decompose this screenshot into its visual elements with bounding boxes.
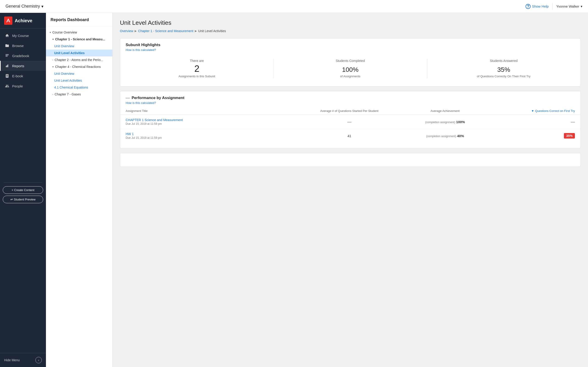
sidebar-logo: Achieve [0, 13, 46, 29]
performance-calc-link[interactable]: How is this calculated? [120, 101, 580, 107]
user-menu[interactable]: Yvonne Walker ▾ [556, 4, 582, 8]
topbar-right: ? Show Help Yvonne Walker ▾ [526, 3, 582, 10]
help-circle-icon: ? [526, 4, 531, 9]
breadcrumb-chapter[interactable]: Chapter 1 - Science and Measurement [138, 29, 193, 33]
tree-row-chapter7[interactable]: › Chapter 7 - Gases [46, 91, 112, 98]
highlight-unit-1: % [353, 66, 359, 73]
td-achievement-1: (completion assignment) 40% [402, 134, 488, 138]
tree-label-course-overview: Course Overview [52, 31, 109, 34]
breadcrumb-overview[interactable]: Overview [120, 29, 133, 33]
user-dropdown-icon: ▾ [581, 4, 582, 8]
breadcrumb-current: Unit Level Activities [198, 29, 226, 33]
table-header-row: Assignment Title Average # of Questions … [120, 107, 580, 115]
td-correct-0: — [489, 119, 575, 124]
sidebar-label-browse: Browse [12, 44, 24, 48]
hide-menu-label: Hide Menu [4, 358, 20, 362]
sidebar-item-my-course[interactable]: My Course [0, 31, 46, 41]
chevron-left-icon: ‹ [35, 357, 42, 363]
performance-title: Performance by Assignment [132, 96, 184, 100]
row1-achievement-pct: 40% [457, 134, 464, 138]
sidebar-item-reports[interactable]: Reports [0, 61, 46, 71]
sidebar-item-gradebook[interactable]: Gradebook [0, 51, 46, 61]
content-area: Reports Dashboard ▾ Course Overview ▾ [46, 13, 588, 367]
highlight-value-2: 35% [431, 64, 577, 74]
chevron-right-icon: › [52, 93, 53, 96]
subunit-highlights-card: Subunit Highlights How is this calculate… [120, 38, 581, 86]
tree-item-chapter4: ▾ Chapter 4 - Chemical Reactions Unit Ov… [46, 63, 112, 91]
sidebar-footer: Hide Menu ‹ [0, 353, 46, 367]
chevron-right-icon: › [52, 58, 53, 61]
sidebar: Achieve My Course Browse [0, 13, 46, 367]
home-icon [5, 33, 9, 38]
sidebar-item-ebook[interactable]: E-book [0, 71, 46, 81]
report-main: Unit Level Activities Overview ▶ Chapter… [112, 13, 588, 367]
topbar-left: General Chemistry ▾ [6, 4, 43, 9]
highlight-num-2: 35 [497, 66, 504, 73]
sort-indicator: ▼ [531, 109, 534, 113]
hide-menu-button[interactable]: Hide Menu ‹ [4, 357, 42, 363]
tree-label-chapter1: Chapter 1 - Science and Measu... [55, 37, 109, 41]
breadcrumb-sep-1: ▶ [135, 29, 137, 33]
table-row: CHAPTER 1 Science and Measurement Due Ju… [120, 115, 580, 129]
th-correct-label[interactable]: Questions Correct on First Try [535, 109, 575, 113]
tree-row-chapter4[interactable]: ▾ Chapter 4 - Chemical Reactions [46, 63, 112, 70]
performance-header: — Performance by Assignment [120, 91, 580, 101]
chevron-down-icon: ▾ [50, 31, 51, 34]
tree-link-unit-overview-ch1[interactable]: Unit Overview [46, 43, 112, 50]
highlight-desc-1: of Assignments [277, 75, 423, 78]
tree-row-course-overview[interactable]: ▾ Course Overview [46, 29, 112, 36]
highlights-title: Subunit Highlights [126, 43, 575, 47]
create-content-button[interactable]: + Create Content [3, 186, 43, 194]
tree-sub-chapter4: Unit Overview Unit Level Activities 4.1 … [46, 70, 112, 91]
course-selector[interactable]: General Chemistry ▾ [6, 4, 43, 9]
main-layout: Achieve My Course Browse [0, 13, 588, 367]
tree-item-chapter7: › Chapter 7 - Gases [46, 91, 112, 98]
tree-link-41-chemical[interactable]: 4.1 Chemical Equations [46, 84, 112, 91]
sidebar-item-people[interactable]: People [0, 81, 46, 91]
chevron-down-icon: ▾ [52, 38, 54, 41]
tree-item-course-overview: ▾ Course Overview ▾ Chapter 1 - Science … [46, 29, 112, 98]
highlight-cell-completed: Students Completed 100% of Assignments [274, 56, 427, 81]
highlight-desc-2: of Questions Correctly On Their First Tr… [431, 75, 577, 78]
tree-label-chapter2: Chapter 2 - Atoms and the Perio... [55, 58, 109, 62]
tree-row-chapter1[interactable]: ▾ Chapter 1 - Science and Measu... [46, 36, 112, 43]
highlight-cell-answered: Students Answered 35% of Questions Corre… [427, 56, 580, 81]
reports-panel: Reports Dashboard ▾ Course Overview ▾ [46, 13, 112, 367]
row1-avg-value: 41 [347, 134, 351, 138]
row0-completion-label: (completion assignment) [425, 121, 455, 124]
tree-link-unit-level-activities-ch1[interactable]: Unit Level Activities [46, 50, 112, 56]
highlight-desc-0: Assignments in this Subunit [124, 75, 270, 78]
sidebar-label-gradebook: Gradebook [12, 54, 29, 58]
tree-link-unit-overview-ch4[interactable]: Unit Overview [46, 70, 112, 77]
extra-card-stub [120, 153, 581, 167]
row0-achievement-pct: 100% [456, 120, 465, 124]
breadcrumb: Overview ▶ Chapter 1 - Science and Measu… [120, 29, 581, 33]
show-help-link[interactable]: ? Show Help [526, 4, 549, 9]
highlights-header: Subunit Highlights How is this calculate… [120, 39, 580, 52]
topbar: General Chemistry ▾ ? Show Help Yvonne W… [0, 0, 588, 13]
people-icon [5, 84, 9, 88]
th-assignment-title: Assignment Title [126, 109, 296, 113]
tree-row-chapter2[interactable]: › Chapter 2 - Atoms and the Perio... [46, 56, 112, 63]
td-achievement-0: (completion assignment) 100% [402, 120, 488, 124]
highlight-label-1: Students Completed [277, 59, 423, 63]
highlight-unit-2: % [504, 66, 510, 73]
tree-item-chapter2: › Chapter 2 - Atoms and the Perio... [46, 56, 112, 63]
sidebar-divider [4, 182, 42, 183]
breadcrumb-sep-2: ▶ [195, 29, 197, 33]
row0-title-link[interactable]: CHAPTER 1 Science and Measurement [126, 118, 296, 122]
user-name: Yvonne Walker [556, 4, 579, 8]
student-preview-button[interactable]: ⇌ Student Preview [3, 196, 43, 203]
tree-label-chapter4: Chapter 4 - Chemical Reactions [55, 65, 109, 69]
performance-table: Assignment Title Average # of Questions … [120, 107, 580, 148]
tree-link-unit-level-ch4[interactable]: Unit Level Activities [46, 77, 112, 84]
th-correct: ▼ Questions Correct on First Try [489, 109, 575, 113]
logo-text: Achieve [15, 18, 32, 23]
sidebar-actions: + Create Content ⇌ Student Preview [0, 184, 46, 205]
sidebar-nav: My Course Browse Gradebook [0, 29, 46, 181]
table-row: HW 1 Due Jul 15, 2019 at 11:59 pm 41 (co… [120, 129, 580, 143]
sidebar-item-browse[interactable]: Browse [0, 41, 46, 51]
row1-title-link[interactable]: HW 1 [126, 132, 296, 136]
collapse-icon[interactable]: — [126, 95, 130, 100]
highlights-calc-link[interactable]: How is this calculated? [126, 48, 575, 52]
